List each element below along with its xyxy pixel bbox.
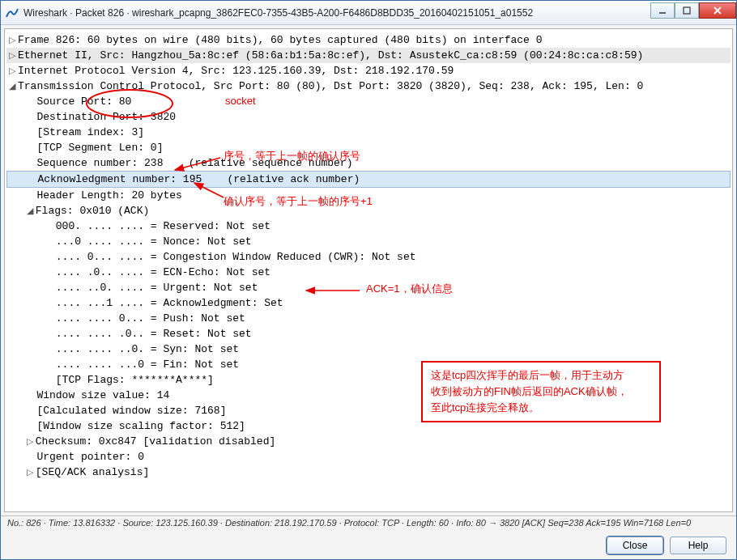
seqack-text: [SEQ/ACK analysis]: [36, 466, 149, 478]
annotation-box: 这是tcp四次挥手的最后一帧，用于主动方 收到被动方的FIN帧后返回的ACK确认…: [421, 361, 661, 422]
flag-text: ...0 .... .... = Nonce: Not set: [56, 235, 252, 248]
flag-cwr-row[interactable]: .... 0... .... = Congestion Window Reduc…: [6, 249, 731, 265]
packet-tree-pane[interactable]: ▷Frame 826: 60 bytes on wire (480 bits),…: [4, 28, 733, 512]
status-bar: No.: 826 · Time: 13.816332 · Source: 123…: [1, 515, 736, 532]
collapse-icon[interactable]: ◢: [6, 78, 18, 93]
flag-syn-row[interactable]: .... .... ..0. = Syn: Not set: [6, 342, 731, 357]
packet-details-window: Wireshark · Packet 826 · wireshark_pcapn…: [0, 0, 737, 560]
urgptr-row[interactable]: Urgent pointer: 0: [6, 449, 731, 465]
eth-text: Ethernet II, Src: Hangzhou_5a:8c:ef (58:…: [18, 49, 643, 62]
scale-text: [Window size scaling factor: 512]: [36, 420, 245, 432]
tcp-text: Transmission Control Protocol, Src Port:…: [18, 80, 643, 92]
flags-row[interactable]: ◢Flags: 0x010 (ACK): [6, 203, 731, 218]
urgptr-text: Urgent pointer: 0: [36, 451, 144, 463]
ack-row[interactable]: Acknowledgment number: 195 (relative ack…: [6, 171, 731, 188]
wireshark-icon: [6, 6, 19, 19]
help-button[interactable]: Help: [670, 537, 726, 554]
seglen-row[interactable]: [TCP Segment Len: 0]: [6, 140, 731, 155]
flag-text: 000. .... .... = Reserved: Not set: [56, 220, 271, 232]
flag-text: .... ...1 .... = Acknowledgment: Set: [56, 297, 283, 309]
expand-icon[interactable]: ▷: [6, 48, 18, 62]
flag-ecn-row[interactable]: .... .0.. .... = ECN-Echo: Not set: [6, 265, 731, 280]
expand-icon[interactable]: ▷: [24, 465, 36, 479]
expand-icon[interactable]: ▷: [24, 434, 36, 448]
tcp-row[interactable]: ◢Transmission Control Protocol, Src Port…: [6, 78, 731, 94]
flag-text: .... .... 0... = Push: Not set: [56, 312, 245, 325]
seq-row[interactable]: Sequence number: 238 (relative sequence …: [6, 155, 731, 171]
flag-text: .... .... .0.. = Reset: Not set: [56, 328, 252, 340]
flag-urg-row[interactable]: .... ..0. .... = Urgent: Not set: [6, 280, 731, 295]
dst-port-text: Destination Port: 3820: [36, 111, 176, 123]
flag-ack-row[interactable]: .... ...1 .... = Acknowledgment: Set: [6, 295, 731, 311]
annotation-box-line: 这是tcp四次挥手的最后一帧，用于主动方: [431, 367, 651, 384]
flag-text: .... .... ..0. = Syn: Not set: [56, 343, 239, 355]
ip-text: Internet Protocol Version 4, Src: 123.12…: [18, 65, 454, 77]
frame-row[interactable]: ▷Frame 826: 60 bytes on wire (480 bits),…: [6, 32, 731, 48]
maximize-button[interactable]: [675, 2, 699, 19]
chk-row[interactable]: ▷Checksum: 0xc847 [validation disabled]: [6, 434, 731, 449]
button-bar: Close Help: [1, 532, 736, 559]
titlebar: Wireshark · Packet 826 · wireshark_pcapn…: [1, 1, 736, 25]
win-text: Window size value: 14: [36, 389, 169, 401]
expand-icon[interactable]: ▷: [6, 32, 18, 47]
window-controls: [650, 6, 736, 19]
flag-text: .... .0.. .... = ECN-Echo: Not set: [56, 266, 271, 278]
expand-icon[interactable]: ▷: [6, 63, 18, 78]
close-button[interactable]: Close: [607, 537, 663, 554]
flag-text: [TCP Flags: *******A****]: [56, 374, 214, 386]
ack-text: Acknowledgment number: 195 (relative ack…: [37, 173, 360, 185]
flags-text: Flags: 0x010 (ACK): [36, 205, 149, 217]
annotation-box-line: 收到被动方的FIN帧后返回的ACK确认帧，: [431, 384, 651, 400]
collapse-icon[interactable]: ◢: [24, 203, 36, 218]
flag-rst-row[interactable]: .... .... .0.. = Reset: Not set: [6, 326, 731, 342]
ethernet-row[interactable]: ▷Ethernet II, Src: Hangzhou_5a:8c:ef (58…: [6, 48, 731, 63]
seq-text: Sequence number: 238 (relative sequence …: [36, 157, 352, 169]
hdrlen-row[interactable]: Header Length: 20 bytes: [6, 188, 731, 203]
stream-row[interactable]: [Stream index: 3]: [6, 125, 731, 140]
stream-text: [Stream index: 3]: [36, 126, 144, 138]
flag-reserved-row[interactable]: 000. .... .... = Reserved: Not set: [6, 218, 731, 234]
dst-port-row[interactable]: Destination Port: 3820: [6, 109, 731, 125]
flag-text: .... ..0. .... = Urgent: Not set: [56, 282, 258, 294]
seglen-text: [TCP Segment Len: 0]: [36, 142, 163, 154]
minimize-button[interactable]: [650, 2, 675, 19]
flag-text: .... .... ...0 = Fin: Not set: [56, 358, 239, 371]
window-title: Wireshark · Packet 826 · wireshark_pcapn…: [23, 7, 650, 19]
svg-rect-1: [684, 7, 690, 14]
hdrlen-text: Header Length: 20 bytes: [36, 189, 181, 202]
frame-text: Frame 826: 60 bytes on wire (480 bits), …: [18, 34, 543, 46]
chk-text: Checksum: 0xc847 [validation disabled]: [36, 435, 275, 448]
flag-psh-row[interactable]: .... .... 0... = Push: Not set: [6, 311, 731, 326]
flag-text: .... 0... .... = Congestion Window Reduc…: [56, 251, 416, 263]
seqack-row[interactable]: ▷[SEQ/ACK analysis]: [6, 465, 731, 480]
close-window-button[interactable]: [699, 2, 736, 19]
src-port-row[interactable]: Source Port: 80: [6, 94, 731, 109]
src-port-text: Source Port: 80: [36, 95, 131, 108]
ip-row[interactable]: ▷Internet Protocol Version 4, Src: 123.1…: [6, 63, 731, 78]
flag-nonce-row[interactable]: ...0 .... .... = Nonce: Not set: [6, 234, 731, 249]
annotation-box-line: 至此tcp连接完全释放。: [431, 400, 651, 416]
calcwin-text: [Calculated window size: 7168]: [36, 405, 226, 417]
